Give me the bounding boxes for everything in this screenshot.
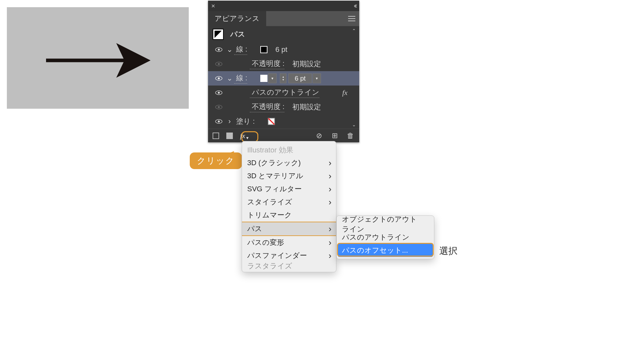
object-row: パス ⌃ <box>208 26 359 42</box>
row-label: 線 : <box>234 44 247 55</box>
callout-label: クリック <box>197 156 235 166</box>
visibility-icon[interactable] <box>213 119 225 124</box>
row-value: 初期設定 <box>292 59 321 69</box>
panel-topbar: × ‹‹ <box>208 1 359 11</box>
value-stepper[interactable]: ▴▾ <box>280 73 286 83</box>
tab-label: アピアランス <box>215 14 260 24</box>
delete-item-icon[interactable]: 🗑 <box>346 132 355 140</box>
svg-point-9 <box>218 92 220 94</box>
collapse-icon[interactable]: ‹‹ <box>354 2 356 10</box>
row-label: 線 : <box>234 73 247 84</box>
annotation-callout: クリック <box>190 152 242 169</box>
panel-footer: fx▾ ⊘ ⊞ 🗑 <box>208 129 359 142</box>
stroke-weight-input[interactable]: 6 pt <box>288 73 312 83</box>
opacity-row-1[interactable]: 不透明度 : 初期設定 <box>208 57 359 71</box>
weight-dropdown[interactable]: ▾ <box>313 73 321 83</box>
svg-point-13 <box>218 120 220 122</box>
submenu-item-object-outline[interactable]: オブジェクトのアウトライン <box>337 218 434 231</box>
row-label: 不透明度 : <box>250 102 284 112</box>
artboard-preview <box>7 7 189 109</box>
new-art-has-basic-icon[interactable] <box>226 133 233 139</box>
new-art-toggle-icon[interactable] <box>213 133 219 139</box>
duplicate-item-icon[interactable]: ⊞ <box>330 132 339 140</box>
clear-appearance-icon[interactable]: ⊘ <box>315 132 323 140</box>
opacity-row-2[interactable]: 不透明度 : 初期設定 <box>208 100 359 114</box>
visibility-icon[interactable] <box>213 105 225 109</box>
panel-tabbar: アピアランス <box>208 11 359 26</box>
visibility-icon[interactable] <box>213 90 225 95</box>
svg-point-7 <box>218 77 220 79</box>
object-label: パス <box>228 29 245 39</box>
svg-point-11 <box>218 106 220 108</box>
stroke-row-2[interactable]: ⌄ 線 : ▾ ▴▾ 6 pt ▾ <box>208 71 359 86</box>
disclosure-icon[interactable]: › <box>225 117 234 126</box>
menu-item-path[interactable]: パス <box>242 222 336 235</box>
menu-header: Illustrator 効果 <box>242 143 336 156</box>
menu-item-svg-filter[interactable]: SVG フィルター <box>242 182 336 196</box>
scroll-down-icon[interactable]: ⌄ <box>352 122 356 127</box>
row-value: 6 pt <box>275 45 287 54</box>
menu-item-trim-marks[interactable]: トリムマーク <box>242 209 336 222</box>
visibility-icon[interactable] <box>213 76 225 81</box>
stroke-swatch[interactable] <box>260 46 267 53</box>
svg-point-3 <box>218 49 220 51</box>
menu-item-rasterize[interactable]: ラスタライズ <box>242 262 336 270</box>
svg-point-5 <box>218 63 220 65</box>
fill-row[interactable]: › 塗り : ⌄ <box>208 114 359 129</box>
menu-item-3d-classic[interactable]: 3D (クラシック) <box>242 156 336 169</box>
disclosure-icon[interactable]: ⌄ <box>225 74 234 83</box>
menu-item-3d-material[interactable]: 3D とマテリアル <box>242 169 336 182</box>
row-label: 塗り : <box>234 117 255 126</box>
row-value: 初期設定 <box>292 102 321 112</box>
annotation-highlight <box>337 243 434 257</box>
visibility-icon[interactable] <box>213 62 225 66</box>
row-label: パスのアウトライン <box>250 87 319 98</box>
fill-swatch[interactable] <box>268 118 275 125</box>
menu-item-pathfinder[interactable]: パスファインダー <box>242 249 336 262</box>
close-icon[interactable]: × <box>211 3 217 9</box>
object-thumb-icon <box>213 29 224 40</box>
visibility-icon[interactable] <box>213 47 225 52</box>
swatch-dropdown[interactable]: ▾ <box>268 73 277 83</box>
disclosure-icon[interactable]: ⌄ <box>225 45 234 54</box>
panel-menu-button[interactable] <box>344 11 359 26</box>
fx-icon: fx <box>342 88 355 97</box>
appearance-panel: × ‹‹ アピアランス パス ⌃ ⌄ 線 : 6 pt <box>208 1 359 142</box>
row-label: 不透明度 : <box>250 59 284 69</box>
scroll-up-icon[interactable]: ⌃ <box>352 28 356 33</box>
submenu-item-path-outline[interactable]: パスのアウトライン <box>337 231 434 244</box>
arrow-shape-icon <box>7 7 189 109</box>
tab-appearance[interactable]: アピアランス <box>208 11 266 26</box>
stroke-row-1[interactable]: ⌄ 線 : 6 pt <box>208 42 359 57</box>
hamburger-icon <box>348 18 355 19</box>
stroke-swatch[interactable] <box>260 75 267 82</box>
annotation-highlight <box>241 131 258 142</box>
annotation-label: 選択 <box>439 245 458 257</box>
menu-item-distort[interactable]: パスの変形 <box>242 236 336 249</box>
menu-item-stylize[interactable]: スタイライズ <box>242 196 336 209</box>
effects-menu: Illustrator 効果 3D (クラシック) 3D とマテリアル SVG … <box>242 141 336 272</box>
effect-row-outline[interactable]: パスのアウトライン fx <box>208 86 359 100</box>
